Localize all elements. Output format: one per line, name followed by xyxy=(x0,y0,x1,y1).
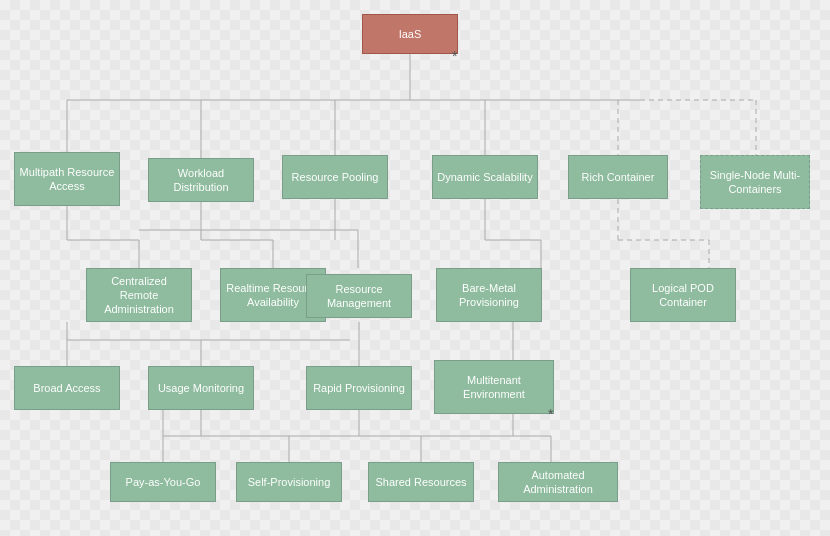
automated-node: Automated Administration xyxy=(498,462,618,502)
dynamic-node: Dynamic Scalability xyxy=(432,155,538,199)
rapid-node: Rapid Provisioning xyxy=(306,366,412,410)
asterisk-2: * xyxy=(548,406,553,422)
broad-access-node: Broad Access xyxy=(14,366,120,410)
bare-metal-node: Bare-Metal Provisioning xyxy=(436,268,542,322)
diagram: IaaS Multipath Resource Access Workload … xyxy=(0,0,830,536)
workload-node: Workload Distribution xyxy=(148,158,254,202)
single-node-node: Single-Node Multi-Containers xyxy=(700,155,810,209)
asterisk-1: * xyxy=(452,48,457,64)
logical-pod-node: Logical POD Container xyxy=(630,268,736,322)
resource-pooling-node: Resource Pooling xyxy=(282,155,388,199)
usage-monitoring-node: Usage Monitoring xyxy=(148,366,254,410)
iaas-node: IaaS xyxy=(362,14,458,54)
shared-resources-node: Shared Resources xyxy=(368,462,474,502)
resource-mgmt-node: Resource Management xyxy=(306,274,412,318)
self-provisioning-node: Self-Provisioning xyxy=(236,462,342,502)
rich-container-node: Rich Container xyxy=(568,155,668,199)
multipath-node: Multipath Resource Access xyxy=(14,152,120,206)
multitenant-node: Multitenant Environment xyxy=(434,360,554,414)
pay-as-you-go-node: Pay-as-You-Go xyxy=(110,462,216,502)
centralized-node: Centralized Remote Administration xyxy=(86,268,192,322)
